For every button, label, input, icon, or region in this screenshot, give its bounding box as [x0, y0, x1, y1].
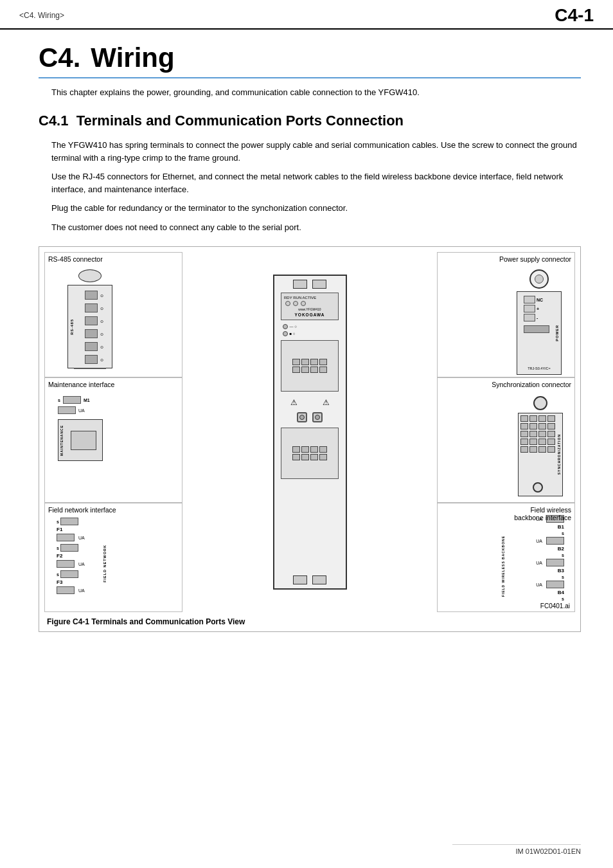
b3-s-port: s — [536, 575, 564, 579]
intro-paragraph: This chapter explains the power, groundi… — [51, 86, 581, 99]
field-network-cell: Field network interface s F1 UA — [44, 503, 182, 612]
rs485-port-2: ⊙ — [85, 303, 103, 312]
field-wireless-drawing: UA B1 s UA — [536, 514, 564, 602]
f1-ua-port: UA — [57, 534, 182, 541]
power-terminal-minus: - — [524, 314, 549, 321]
top-connectors — [293, 280, 326, 289]
rs485-port-6: ⊙ — [85, 355, 103, 364]
rs485-cell: RS-485 connector RS-485 ⊙ ⊙ — [44, 252, 182, 377]
yokogawa-label: YOKOGAWA — [284, 312, 335, 317]
b3-label: B3 — [558, 568, 564, 574]
rs485-port-5: ⊙ — [85, 342, 103, 351]
b3-label-row: B3 — [536, 568, 564, 574]
sync-drawing: SYNCHRONIZATION — [518, 396, 563, 496]
field-wireless-cell: Field wirelessbackbone interface UA B1 s — [437, 503, 575, 612]
top-bar: <C4. Wiring> C4-1 — [0, 0, 613, 30]
m1-label-small: s — [58, 398, 60, 402]
figure-diagram: RS-485 connector RS-485 ⊙ ⊙ — [44, 252, 575, 612]
f3-s-port: s — [57, 570, 182, 578]
sync-top-circle — [533, 396, 547, 410]
rs485-bottom-port — [74, 368, 106, 369]
footer: IM 01W02D01-01EN — [452, 844, 581, 855]
maintenance-label: Maintenance interface — [48, 381, 114, 388]
chapter-title: C4.Wiring — [39, 42, 581, 78]
rs485-body: RS-485 ⊙ ⊙ ⊙ ⊙ ⊙ ⊙ — [67, 285, 112, 368]
field-network-label: Field network interface — [48, 506, 116, 514]
power-body: POWER NC + — [517, 291, 562, 375]
figure-caption: Figure C4-1 Terminals and Communication … — [47, 617, 575, 626]
maintenance-cell: Maintenance interface s M1 UA — [44, 377, 182, 503]
sync-bottom-circle — [533, 482, 543, 493]
power-screw-circle — [529, 269, 549, 289]
section-title-text: Terminals and Communication Ports Connec… — [76, 113, 404, 129]
f2-label: F2 — [57, 553, 62, 559]
rs485-port-3: ⊙ — [85, 316, 103, 325]
f1-label: F1 — [57, 527, 62, 532]
b2-label: B2 — [558, 546, 564, 552]
page: <C4. Wiring> C4-1 C4.Wiring This chapter… — [0, 0, 613, 868]
para-4: The customer does not need to connect an… — [51, 221, 581, 234]
warning-triangle-left: ⚠ — [290, 398, 298, 407]
power-bottom-terminal — [524, 325, 549, 333]
sync-cell: Synchronization connector SYNCHRONIZATIO… — [437, 377, 575, 503]
figure-wrapper: RS-485 connector RS-485 ⊙ ⊙ — [39, 246, 581, 632]
f3-ua-port: UA — [57, 586, 182, 594]
chapter-title-text: Wiring — [91, 42, 174, 73]
chapter-num: C4-1 — [555, 5, 594, 26]
b1-s-port: s — [536, 531, 564, 536]
section-content: The YFGW410 has spring terminals to conn… — [39, 139, 581, 233]
maint-inner-box: MAINTENANCE — [58, 419, 103, 461]
chapter-ref: <C4. Wiring> — [19, 11, 64, 20]
ua-label-maint: UA — [78, 408, 85, 413]
rs485-vert-label: RS-485 — [70, 288, 74, 365]
b4-s-port: s — [536, 597, 564, 601]
f1-port: F1 — [57, 527, 182, 532]
sync-label: Synchronization connector — [492, 381, 571, 388]
field-wireless-label: Field wirelessbackbone interface — [514, 506, 571, 521]
m1-label: M1 — [84, 398, 90, 402]
power-drawing: POWER NC + — [517, 269, 562, 375]
rs485-label: RS-485 connector — [48, 255, 103, 263]
f1-s-port: s — [57, 518, 182, 525]
section-num: C4.1 — [39, 113, 68, 129]
f3-port: F3 — [57, 579, 182, 585]
b4-label-row: B4 — [536, 590, 564, 595]
b1-label: B1 — [558, 524, 564, 530]
b2-label-row: B2 — [536, 546, 564, 552]
b4-label: B4 — [558, 590, 564, 595]
field-network-drawing: s F1 UA s — [57, 518, 182, 594]
m1-port-row: s M1 — [58, 396, 182, 404]
power-rating-text: TRJ-S0.4Y/C= — [528, 366, 551, 370]
power-terminal-nc: NC — [524, 296, 549, 303]
b2-s-port: s — [536, 553, 564, 557]
b3-ua-port: UA — [536, 559, 564, 566]
led-panel: RDY RUN ACTIVE www.YFGW410 YOKOGAWA — [281, 293, 339, 320]
power-cell: Power supply connector POWER — [437, 252, 575, 377]
maintenance-drawing: s M1 UA MAINTENANCE — [58, 396, 182, 461]
para-3: Plug the cable for redundancy or the ter… — [51, 202, 581, 215]
power-vert-label: POWER — [555, 294, 559, 372]
rs485-port-4: ⊙ — [85, 329, 103, 338]
f3-label: F3 — [57, 579, 62, 585]
ua-port-row: UA — [58, 406, 182, 414]
warning-triangle-right: ⚠ — [323, 398, 330, 407]
f2-ua-port: UA — [57, 560, 182, 568]
power-terminal-plus: + — [524, 305, 549, 312]
section-title: C4.1 Terminals and Communication Ports C… — [39, 112, 581, 131]
b4-ua-port: UA — [536, 581, 564, 588]
sync-body: SYNCHRONIZATION — [518, 413, 563, 496]
b2-ua-port: UA — [536, 537, 564, 545]
main-content: C4.Wiring This chapter explains the powe… — [0, 30, 613, 658]
para-2: Use the RJ-45 connectors for Ethernet, a… — [51, 170, 581, 195]
f2-s-port: s — [57, 544, 182, 552]
center-device-area: RDY RUN ACTIVE www.YFGW410 YOKOGAWA — [182, 252, 437, 612]
button-area: — ○ ■ ○ — [283, 324, 337, 336]
bottom-connectors — [293, 575, 326, 584]
device-middle — [281, 340, 339, 392]
doc-id: IM 01W02D01-01EN — [516, 847, 582, 855]
rs485-drawing: RS-485 ⊙ ⊙ ⊙ ⊙ ⊙ ⊙ — [64, 269, 116, 368]
chapter-number: C4. — [39, 42, 80, 73]
device-lower — [281, 428, 339, 479]
power-label: Power supply connector — [499, 255, 571, 263]
f2-port: F2 — [57, 553, 182, 559]
